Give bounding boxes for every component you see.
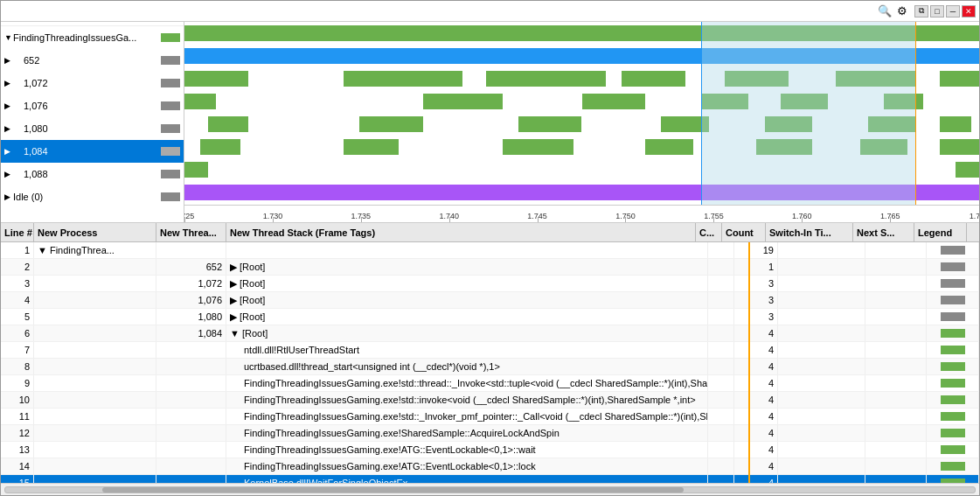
maximize-button[interactable]: □ [930,5,944,17]
cell-legend [927,276,979,291]
cell-thread: 1,076 [156,292,226,308]
track-bar [486,71,605,87]
table-row[interactable]: 2652▶ [Root]1 [1,259,979,276]
ruler-tick [890,217,891,222]
column-header-nexts[interactable]: Next S... [853,223,914,241]
column-header-line[interactable]: Line # [1,223,34,241]
scrollbar-thumb[interactable] [102,487,684,493]
series-item-label: 1,076 [13,101,157,111]
table-body[interactable]: 1▼ FindingThrea...192652▶ [Root]131,072▶… [1,242,979,483]
timeline-track-finding-main[interactable] [184,22,979,45]
scrollbar-area[interactable] [1,483,979,495]
cell-count: 3 [734,292,778,308]
cell-switchin [778,259,865,275]
series-item-1084[interactable]: ▶1,084 [1,140,184,163]
expand-arrow: ▶ [4,170,13,178]
timeline-track-t1080[interactable] [184,113,979,136]
track-bar [184,48,979,64]
series-item-1088[interactable]: ▶1,088 [1,163,184,185]
column-header-switchin[interactable]: Switch-In Ti... [766,223,853,241]
cell-stack: ▶ [Root] [226,292,708,308]
timeline-track-t1072[interactable] [184,67,979,90]
cell-switchin [778,342,865,358]
cell-stack: FindingThreadingIssuesGaming.exe!std::_I… [226,409,708,424]
cell-legend [927,292,979,308]
timeline-track-t1084[interactable] [184,136,979,158]
settings-icon[interactable]: ⚙ [897,4,907,17]
table-row[interactable]: 15KernelBase.dll!WaitForSingleObjectEx4 [1,475,979,483]
column-header-stack[interactable]: New Thread Stack (Frame Tags) [226,223,696,241]
timeline-track-idle[interactable] [184,181,979,204]
cell-switchin [778,359,865,374]
timeline-area[interactable]: 1.7251.7301.7351.7401.7451.7501.7551.760… [184,22,979,222]
legend-swatch [161,101,180,110]
series-item-1080[interactable]: ▶1,080 [1,117,184,140]
table-row[interactable]: 8ucrtbased.dll!thread_start<unsigned int… [1,359,979,375]
table-row[interactable]: 12FindingThreadingIssuesGaming.exe!Share… [1,425,979,442]
cell-process [34,375,156,391]
table-row[interactable]: 9FindingThreadingIssuesGaming.exe!std::t… [1,375,979,392]
cell-switchin [778,309,865,325]
legend-swatch [161,124,180,133]
minimize-button[interactable]: ─ [946,5,960,17]
series-item-finding[interactable]: ▼FindingThreadingIssuesGa... [1,26,184,49]
column-header-count[interactable]: Count [722,223,766,241]
series-item-label: FindingThreadingIssuesGa... [13,32,157,43]
search-icon[interactable]: 🔍 [878,4,892,17]
cell-thread [156,392,226,408]
cell-thread [156,359,226,374]
data-area: Line #New ProcessNew Threa...New Thread … [1,223,979,495]
restore-button[interactable]: ⧉ [914,5,928,17]
timeline-track-t1088[interactable] [184,158,979,181]
column-header-legend[interactable]: Legend [914,223,967,241]
table-row[interactable]: 31,072▶ [Root]3 [1,276,979,292]
table-row[interactable]: 7ntdll.dll!RtlUserThreadStart4 [1,342,979,359]
table-row[interactable]: 13FindingThreadingIssuesGaming.exe!ATG::… [1,442,979,458]
cell-switchin [778,375,865,391]
cell-legend [927,242,979,258]
table-row[interactable]: 10FindingThreadingIssuesGaming.exe!std::… [1,392,979,409]
table-row[interactable]: 51,080▶ [Root]3 [1,309,979,325]
legend-bar [941,379,965,388]
cell-process [34,292,156,308]
series-item-1076[interactable]: ▶1,076 [1,94,184,117]
cell-stack: ▶ [Root] [226,259,708,275]
cell-thread [156,409,226,424]
table-row[interactable]: 14FindingThreadingIssuesGaming.exe!ATG::… [1,458,979,475]
cell-process [34,359,156,374]
column-header-c[interactable]: C... [696,223,722,241]
table-row[interactable]: 11FindingThreadingIssuesGaming.exe!std::… [1,409,979,425]
timeline-track-t652[interactable] [184,45,979,67]
close-button[interactable]: ✕ [962,5,976,17]
track-bar [836,71,915,87]
cell-line: 15 [1,475,34,483]
series-item-1072[interactable]: ▶1,072 [1,72,184,94]
series-item-idle[interactable]: ▶Idle (0) [1,185,184,208]
cell-switchin [778,242,865,258]
cell-thread [156,242,226,258]
expand-arrow: ▼ [4,33,13,42]
top-area: ▼FindingThreadingIssuesGa...▶652▶1,072▶1… [1,22,979,223]
track-bar [184,94,216,109]
column-header-thread[interactable]: New Threa... [156,223,226,241]
cell-c [708,342,734,358]
cell-count: 4 [734,342,778,358]
cell-legend [927,342,979,358]
horizontal-scrollbar[interactable] [4,486,976,493]
cell-c [708,259,734,275]
legend-bar [941,362,965,371]
cell-stack: KernelBase.dll!WaitForSingleObjectEx [226,475,708,483]
column-header-process[interactable]: New Process [34,223,156,241]
table-row[interactable]: 1▼ FindingThrea...19 [1,242,979,259]
cell-line: 14 [1,458,34,474]
cell-legend [927,359,979,374]
ruler-tick [184,217,185,222]
timeline-ruler: 1.7251.7301.7351.7401.7451.7501.7551.760… [184,205,979,222]
cell-legend [927,442,979,458]
table-row[interactable]: 41,076▶ [Root]3 [1,292,979,309]
series-item-652[interactable]: ▶652 [1,49,184,72]
cell-nexts [865,425,927,441]
table-row[interactable]: 61,084▼ [Root]4 [1,325,979,342]
cell-legend [927,309,979,325]
timeline-track-t1076[interactable] [184,90,979,113]
